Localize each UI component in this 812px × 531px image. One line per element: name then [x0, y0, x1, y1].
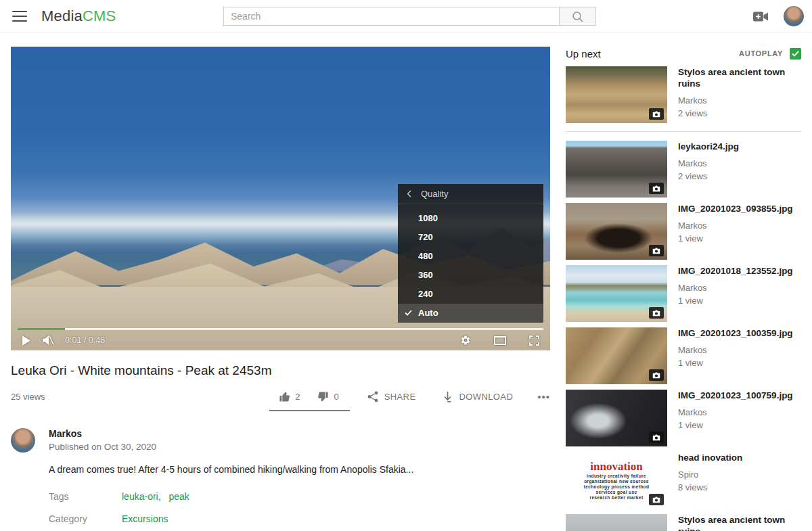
- like-count: 2: [295, 392, 300, 402]
- category-label: Category: [49, 513, 122, 524]
- media-views: 1 view: [678, 358, 793, 368]
- media-views: 1 view: [678, 233, 793, 244]
- video-player[interactable]: Quality 1080 720 480 360 240 Auto 0:01: [11, 47, 550, 350]
- camera-icon: [649, 432, 664, 443]
- play-icon: [22, 336, 31, 346]
- autoplay-control: AUTOPLAY: [739, 48, 801, 60]
- thumbnail[interactable]: [566, 203, 667, 260]
- list-item[interactable]: IMG_20201023_093855.jpg Markos 1 view: [566, 203, 801, 260]
- tag-link-peak[interactable]: peak: [168, 491, 189, 502]
- thumbnail[interactable]: [566, 514, 667, 531]
- media-title[interactable]: IMG_20201023_100359.jpg: [678, 328, 793, 340]
- play-button[interactable]: [22, 336, 31, 346]
- media-title[interactable]: Stylos area ancient town ruins: [678, 515, 801, 531]
- media-author: Markos: [678, 95, 801, 106]
- user-avatar[interactable]: [784, 6, 804, 26]
- thumbs-up-icon: [279, 391, 290, 402]
- media-title[interactable]: IMG_20201023_100759.jpg: [678, 390, 793, 402]
- media-author: Spiro: [678, 469, 742, 480]
- download-button[interactable]: DOWNLOAD: [443, 391, 513, 402]
- search-button[interactable]: [559, 7, 596, 26]
- quality-option-auto[interactable]: Auto: [398, 304, 543, 323]
- search-bar: [223, 7, 596, 26]
- quality-option-720[interactable]: 720: [398, 228, 543, 247]
- fullscreen-button[interactable]: [529, 336, 539, 346]
- media-title[interactable]: head inovation: [678, 453, 742, 464]
- top-bar: MediaCMS: [0, 0, 812, 32]
- main-content: Quality 1080 720 480 360 240 Auto 0:01: [11, 47, 550, 531]
- autoplay-label: AUTOPLAY: [739, 49, 783, 57]
- rating-group: 2 0: [279, 391, 340, 402]
- dislike-button[interactable]: 0: [317, 391, 338, 402]
- fullscreen-icon: [529, 336, 539, 346]
- list-item[interactable]: IMG_20201023_100759.jpg Markos 1 view: [566, 390, 801, 446]
- quality-option-240[interactable]: 240: [398, 285, 543, 304]
- like-button[interactable]: 2: [279, 391, 300, 402]
- author-avatar[interactable]: [11, 428, 35, 453]
- category-link[interactable]: Excursions: [122, 513, 168, 524]
- search-icon: [571, 10, 584, 23]
- quality-option-480[interactable]: 480: [398, 247, 543, 266]
- search-input[interactable]: [223, 7, 559, 26]
- action-bar: 2 0 SHARE DOWNLOAD •••: [279, 391, 550, 402]
- tag-link-leuka-ori[interactable]: leuka-ori,: [122, 491, 161, 502]
- menu-icon[interactable]: [12, 11, 27, 22]
- quality-option-360[interactable]: 360: [398, 266, 543, 285]
- camera-icon: [649, 183, 664, 194]
- tags-label: Tags: [49, 491, 122, 502]
- page-title: Leuka Ori - White mountains - Peak at 24…: [11, 363, 550, 378]
- media-author: Markos: [678, 158, 739, 168]
- thumbnail[interactable]: [566, 66, 667, 123]
- more-options-button[interactable]: •••: [537, 391, 550, 402]
- media-author: Markos: [678, 283, 793, 293]
- media-author: Markos: [678, 221, 793, 231]
- share-button[interactable]: SHARE: [367, 391, 416, 402]
- thumbnail[interactable]: innovationindustry creativity failureorg…: [566, 452, 667, 509]
- thumbnail[interactable]: [566, 265, 667, 322]
- list-item[interactable]: innovationindustry creativity failureorg…: [566, 452, 801, 509]
- list-item[interactable]: IMG_20201023_100359.jpg Markos 1 view: [566, 327, 801, 384]
- divider: [566, 131, 801, 132]
- settings-button[interactable]: [460, 335, 471, 346]
- logo-cms: CMS: [83, 7, 116, 24]
- media-description: A dream comes true! After 4-5 hours of c…: [49, 464, 550, 475]
- up-next-title: Up next: [566, 48, 601, 60]
- media-title[interactable]: Stylos area ancient town ruins: [678, 67, 801, 90]
- download-icon: [443, 391, 453, 402]
- author-name[interactable]: Markos: [49, 428, 156, 439]
- list-item[interactable]: leykaori24.jpg Markos 2 views: [566, 141, 801, 198]
- mute-button[interactable]: [42, 335, 54, 346]
- upload-media-icon[interactable]: [753, 11, 769, 22]
- share-icon: [367, 391, 378, 402]
- theater-mode-button[interactable]: [494, 336, 506, 345]
- media-meta: Tags leuka-ori, peak Category Excursions: [49, 491, 550, 524]
- media-title[interactable]: leykaori24.jpg: [678, 141, 739, 153]
- media-author: Markos: [678, 407, 793, 417]
- muted-volume-icon: [42, 335, 54, 346]
- list-item[interactable]: Stylos area ancient town ruins Markos 2 …: [566, 66, 801, 123]
- dislike-count: 0: [334, 392, 338, 402]
- camera-icon: [649, 307, 664, 319]
- up-next-list: Stylos area ancient town ruins Markos 2 …: [566, 66, 801, 531]
- logo[interactable]: MediaCMS: [41, 7, 116, 25]
- media-views: 8 views: [678, 482, 742, 492]
- media-title[interactable]: IMG_20201023_093855.jpg: [678, 204, 793, 215]
- media-views: 2 views: [678, 171, 739, 181]
- control-bar: 0:01 / 0:46: [11, 330, 550, 350]
- view-count: 25 views: [11, 392, 45, 402]
- camera-icon: [649, 494, 664, 505]
- quality-option-1080[interactable]: 1080: [398, 209, 543, 228]
- thumbnail[interactable]: [566, 141, 667, 198]
- check-icon: [405, 310, 412, 316]
- camera-icon: [649, 108, 664, 120]
- media-title[interactable]: IMG_20201018_123552.jpg: [678, 266, 793, 277]
- media-views: 1 view: [678, 420, 793, 430]
- quality-menu-back[interactable]: Quality: [398, 184, 543, 204]
- gear-icon: [460, 335, 471, 346]
- list-item[interactable]: IMG_20201018_123552.jpg Markos 1 view: [566, 265, 801, 322]
- thumbnail[interactable]: [566, 390, 667, 446]
- chevron-left-icon: [407, 190, 411, 198]
- list-item[interactable]: Stylos area ancient town ruins: [566, 514, 801, 531]
- thumbnail[interactable]: [566, 327, 667, 384]
- autoplay-checkbox[interactable]: [790, 48, 801, 60]
